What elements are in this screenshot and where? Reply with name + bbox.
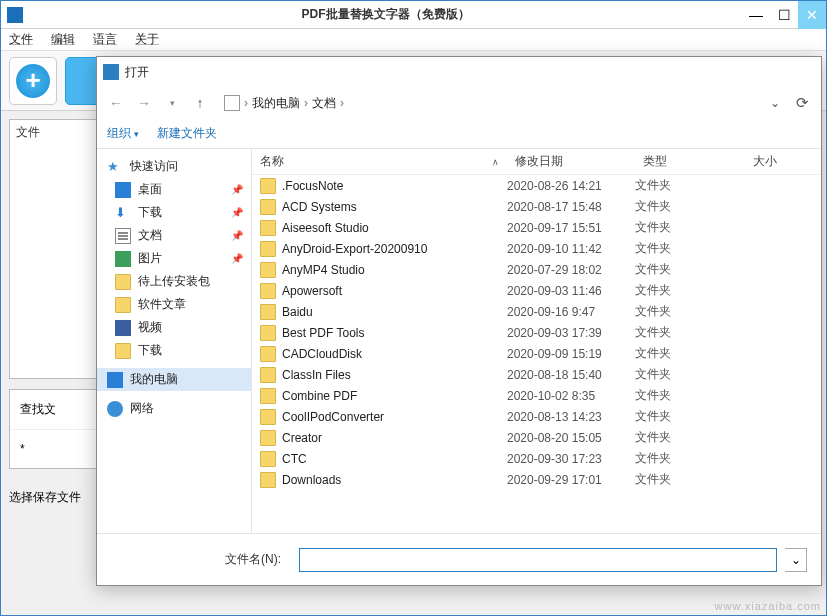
plus-icon	[16, 64, 50, 98]
nav-recent-button[interactable]: ▾	[161, 92, 183, 114]
menu-edit[interactable]: 编辑	[51, 31, 75, 48]
sidebar-my-pc[interactable]: 我的电脑	[97, 368, 251, 391]
desktop-icon	[115, 182, 131, 198]
file-row[interactable]: CADCloudDisk2020-09-09 15:19文件夹	[252, 343, 821, 364]
menu-language[interactable]: 语言	[93, 31, 117, 48]
dialog-nav: ← → ▾ ↑ › 我的电脑 › 文档 › ⌄ ⟳	[97, 87, 821, 119]
col-type[interactable]: 类型	[635, 153, 745, 170]
filename-row: 文件名(N): ⌄	[97, 533, 821, 585]
window-controls: — ☐ ✕	[742, 1, 826, 29]
folder-icon	[260, 409, 276, 425]
sidebar: 快速访问 桌面📌下载📌文档📌图片📌待上传安装包软件文章视频下载 我的电脑 网络	[97, 149, 252, 533]
close-button[interactable]: ✕	[798, 1, 826, 29]
col-size[interactable]: 大小	[745, 153, 805, 170]
file-row[interactable]: Creator2020-08-20 15:05文件夹	[252, 427, 821, 448]
column-headers: 名称∧ 修改日期 类型 大小	[252, 149, 821, 175]
pc-icon	[107, 372, 123, 388]
folder-icon	[115, 274, 131, 290]
folder-icon	[260, 178, 276, 194]
file-row[interactable]: Aiseesoft Studio2020-09-17 15:51文件夹	[252, 217, 821, 238]
file-row[interactable]: Downloads2020-09-29 17:01文件夹	[252, 469, 821, 490]
menu-file[interactable]: 文件	[9, 31, 33, 48]
col-name[interactable]: 名称∧	[252, 153, 507, 170]
main-title: PDF批量替换文字器（免费版）	[29, 6, 742, 23]
pin-icon: 📌	[231, 253, 243, 264]
minimize-button[interactable]: —	[742, 1, 770, 29]
folder-icon	[260, 367, 276, 383]
new-folder-button[interactable]: 新建文件夹	[157, 125, 217, 142]
dialog-toolbar: 组织 新建文件夹	[97, 119, 821, 149]
folder-icon	[260, 262, 276, 278]
folder-icon	[260, 325, 276, 341]
col-date[interactable]: 修改日期	[507, 153, 635, 170]
file-row[interactable]: Best PDF Tools2020-09-03 17:39文件夹	[252, 322, 821, 343]
nav-forward-button[interactable]: →	[133, 92, 155, 114]
menu-about[interactable]: 关于	[135, 31, 159, 48]
doc-icon	[115, 228, 131, 244]
pin-icon: 📌	[231, 184, 243, 195]
refresh-button[interactable]: ⟳	[791, 92, 813, 114]
sidebar-item-5[interactable]: 软件文章	[97, 293, 251, 316]
sidebar-item-4[interactable]: 待上传安装包	[97, 270, 251, 293]
dialog-title: 打开	[125, 64, 149, 81]
main-menubar: 文件 编辑 语言 关于	[1, 29, 826, 51]
folder-icon	[260, 451, 276, 467]
chevron-right-icon: ›	[340, 96, 344, 110]
dialog-titlebar: 打开	[97, 57, 821, 87]
file-row[interactable]: Apowersoft2020-09-03 11:46文件夹	[252, 280, 821, 301]
file-row[interactable]: CTC2020-09-30 17:23文件夹	[252, 448, 821, 469]
breadcrumb-seg-0[interactable]: 我的电脑	[252, 95, 300, 112]
sidebar-quick-access[interactable]: 快速访问	[97, 155, 251, 178]
sidebar-item-0[interactable]: 桌面📌	[97, 178, 251, 201]
filename-input[interactable]	[299, 548, 777, 572]
sidebar-item-7[interactable]: 下载	[97, 339, 251, 362]
main-titlebar: PDF批量替换文字器（免费版） — ☐ ✕	[1, 1, 826, 29]
nav-back-button[interactable]: ←	[105, 92, 127, 114]
breadcrumb-dropdown[interactable]: ⌄	[765, 96, 785, 110]
folder-icon	[115, 343, 131, 359]
sidebar-item-6[interactable]: 视频	[97, 316, 251, 339]
filename-dropdown[interactable]: ⌄	[785, 548, 807, 572]
sidebar-network[interactable]: 网络	[97, 397, 251, 420]
file-row[interactable]: CoolIPodConverter2020-08-13 14:23文件夹	[252, 406, 821, 427]
nav-up-button[interactable]: ↑	[189, 92, 211, 114]
file-list: 名称∧ 修改日期 类型 大小 .FocusNote2020-08-26 14:2…	[252, 149, 821, 533]
sort-asc-icon: ∧	[492, 157, 499, 167]
organize-button[interactable]: 组织	[107, 125, 139, 142]
file-open-dialog: 打开 ← → ▾ ↑ › 我的电脑 › 文档 › ⌄ ⟳ 组织 新建文件夹 快速…	[96, 56, 822, 586]
breadcrumb-seg-1[interactable]: 文档	[312, 95, 336, 112]
file-row[interactable]: AnyMP4 Studio2020-07-29 18:02文件夹	[252, 259, 821, 280]
folder-icon	[260, 346, 276, 362]
file-row[interactable]: AnyDroid-Export-202009102020-09-10 11:42…	[252, 238, 821, 259]
add-file-button[interactable]	[9, 57, 57, 105]
sidebar-item-3[interactable]: 图片📌	[97, 247, 251, 270]
maximize-button[interactable]: ☐	[770, 1, 798, 29]
sidebar-item-1[interactable]: 下载📌	[97, 201, 251, 224]
folder-icon	[260, 304, 276, 320]
video-icon	[115, 320, 131, 336]
chevron-right-icon: ›	[304, 96, 308, 110]
file-row[interactable]: ClassIn Files2020-08-18 15:40文件夹	[252, 364, 821, 385]
download-icon	[115, 205, 131, 221]
folder-icon	[260, 430, 276, 446]
dialog-body: 快速访问 桌面📌下载📌文档📌图片📌待上传安装包软件文章视频下载 我的电脑 网络 …	[97, 149, 821, 533]
chevron-right-icon: ›	[244, 96, 248, 110]
file-rows: .FocusNote2020-08-26 14:21文件夹ACD Systems…	[252, 175, 821, 533]
filename-label: 文件名(N):	[111, 551, 291, 568]
file-row[interactable]: .FocusNote2020-08-26 14:21文件夹	[252, 175, 821, 196]
pin-icon: 📌	[231, 230, 243, 241]
folder-icon	[260, 472, 276, 488]
file-row[interactable]: Combine PDF2020-10-02 8:35文件夹	[252, 385, 821, 406]
breadcrumb[interactable]: › 我的电脑 › 文档 ›	[217, 91, 759, 116]
folder-icon	[260, 241, 276, 257]
watermark: www.xiazaiba.com	[715, 600, 821, 612]
file-row[interactable]: Baidu2020-09-16 9:47文件夹	[252, 301, 821, 322]
network-icon	[107, 401, 123, 417]
pic-icon	[115, 251, 131, 267]
dialog-icon	[103, 64, 119, 80]
sidebar-item-2[interactable]: 文档📌	[97, 224, 251, 247]
folder-icon	[260, 199, 276, 215]
file-row[interactable]: ACD Systems2020-08-17 15:48文件夹	[252, 196, 821, 217]
folder-icon	[260, 388, 276, 404]
folder-icon	[260, 220, 276, 236]
